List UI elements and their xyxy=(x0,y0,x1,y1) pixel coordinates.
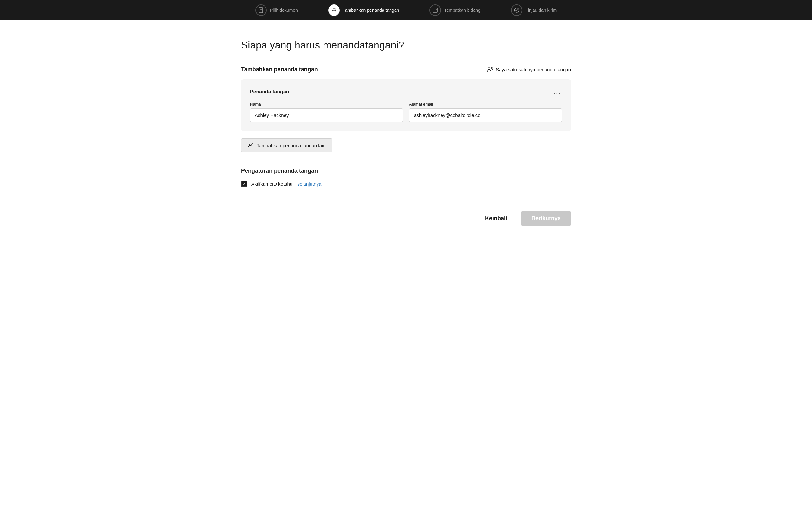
connector-2 xyxy=(402,10,427,10)
name-form-group: Nama xyxy=(250,102,403,122)
back-button[interactable]: Kembali xyxy=(478,212,513,225)
main-content: Siapa yang harus menandatangani? Tambahk… xyxy=(216,20,596,257)
more-options-icon: ... xyxy=(554,88,561,95)
step-2-icon xyxy=(328,4,340,16)
step-1-label: Pilih dokumen xyxy=(270,8,298,13)
signers-section-header: Tambahkan penanda tangan Saya satu-satun… xyxy=(241,66,571,73)
footer-actions: Kembali Berikutnya xyxy=(241,203,571,226)
signer-card-header: Penanda tangan ... xyxy=(250,88,562,95)
step-4-item: Tinjau dan kirim xyxy=(511,4,557,16)
step-2-item: Tambahkan penanda tangan xyxy=(328,4,399,16)
email-input[interactable] xyxy=(409,108,562,122)
signer-card-title: Penanda tangan xyxy=(250,89,289,95)
eid-checkbox-row: ✓ Aktifkan eID ketahui selanjutnya xyxy=(241,181,571,187)
svg-rect-8 xyxy=(434,9,435,10)
stepper-nav: Pilih dokumen Tambahkan penanda tangan T… xyxy=(0,0,812,20)
add-signer-label: Tambahkan penanda tangan lain xyxy=(257,143,326,148)
step-3-icon xyxy=(429,4,441,16)
eid-link[interactable]: selanjutnya xyxy=(297,181,321,187)
email-form-group: Alamat email xyxy=(409,102,562,122)
name-label: Nama xyxy=(250,102,403,107)
connector-3 xyxy=(483,10,508,10)
step-3-item: Tempatkan bidang xyxy=(429,4,480,16)
step-1-icon xyxy=(255,4,267,16)
signer-card: Penanda tangan ... Nama Alamat email xyxy=(241,79,571,131)
name-input[interactable] xyxy=(250,108,403,122)
solo-signer-icon xyxy=(486,66,493,73)
add-signer-button[interactable]: Tambahkan penanda tangan lain xyxy=(241,138,333,153)
step-2-label: Tambahkan penanda tangan xyxy=(343,8,399,13)
step-4-label: Tinjau dan kirim xyxy=(525,8,557,13)
signer-form-row: Nama Alamat email xyxy=(250,102,562,122)
solo-signer-button[interactable]: Saya satu-satunya penanda tangan xyxy=(486,66,571,73)
add-signer-icon xyxy=(248,143,253,148)
settings-title: Pengaturan penanda tangan xyxy=(241,168,571,174)
step-1-item: Pilih dokumen xyxy=(255,4,298,16)
step-3-label: Tempatkan bidang xyxy=(444,8,480,13)
next-button[interactable]: Berikutnya xyxy=(521,211,571,226)
signers-section-title: Tambahkan penanda tangan xyxy=(241,66,318,73)
svg-point-12 xyxy=(514,8,519,12)
email-label: Alamat email xyxy=(409,102,562,107)
eid-label: Aktifkan eID ketahui xyxy=(251,181,293,187)
more-options-button[interactable]: ... xyxy=(552,88,562,95)
connector-1 xyxy=(300,10,326,10)
step-4-icon xyxy=(511,4,522,16)
checkmark-icon: ✓ xyxy=(243,181,246,186)
page-title: Siapa yang harus menandatangani? xyxy=(241,39,571,51)
solo-signer-label: Saya satu-satunya penanda tangan xyxy=(496,67,571,72)
svg-point-13 xyxy=(488,68,490,70)
eid-checkbox[interactable]: ✓ xyxy=(241,181,247,187)
